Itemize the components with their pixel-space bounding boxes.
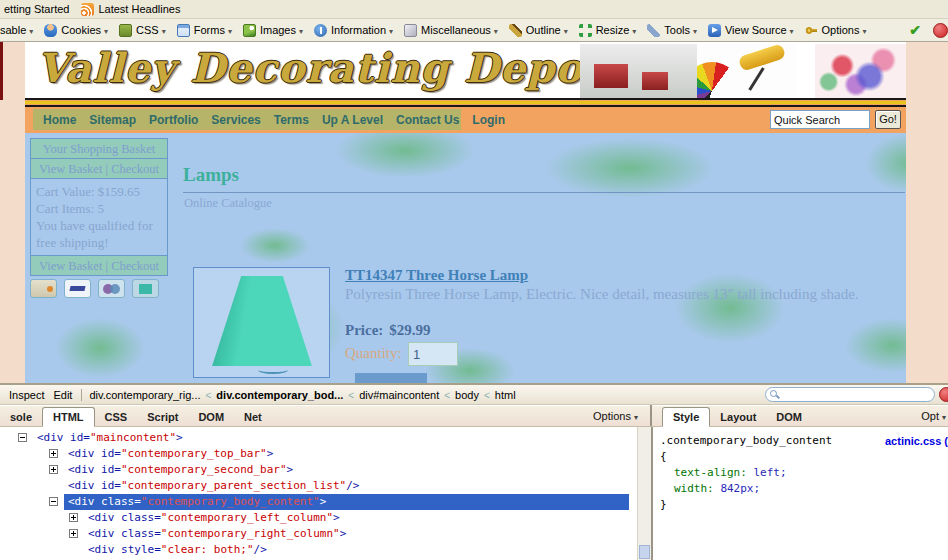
- go-button[interactable]: Go!: [875, 110, 901, 129]
- tree-row[interactable]: <div id="maincontent">: [0, 430, 637, 446]
- header-orange-bar: HomeSitemapPortfolioServicesTermsUp A Le…: [25, 98, 906, 133]
- tag-text: >: [333, 511, 340, 524]
- payment-icon-discover: [30, 279, 57, 298]
- webdev-item-outline[interactable]: Outline: [509, 24, 568, 37]
- tab-script[interactable]: Script: [137, 408, 188, 426]
- tab-sole[interactable]: sole: [0, 408, 42, 426]
- tree-scrollbar[interactable]: [637, 427, 651, 560]
- firebug-search-input[interactable]: [765, 387, 935, 402]
- crumb-div-contemporary-bod[interactable]: div.contemporary_bod...: [216, 389, 343, 401]
- shipping-note: You have qualified for: [36, 217, 162, 234]
- webdev-item-view-source[interactable]: View Source: [708, 24, 794, 37]
- expand-twisty-icon[interactable]: [69, 529, 78, 538]
- attribute-value: "maincontent": [90, 431, 176, 444]
- webdev-toolbar: sableCookiesCSSFormsImagesInformationMis…: [0, 19, 948, 42]
- attribute-value: "contemporary_top_bar": [121, 447, 267, 460]
- html-tree-panel: <div id="maincontent"><div id="contempor…: [0, 427, 637, 560]
- collapse-twisty-icon[interactable]: [18, 433, 27, 442]
- dropdown-arrow-icon: [159, 24, 166, 36]
- information-icon: [314, 24, 327, 37]
- tree-row[interactable]: <div id="contemporary_top_bar">: [0, 446, 637, 462]
- dropdown-arrow-icon: [787, 24, 794, 36]
- attribute-value: "contemporary_parent_section_list": [121, 479, 346, 492]
- tree-node-code: <div id="contemporary_parent_section_lis…: [68, 478, 359, 494]
- open-brace: {: [660, 449, 948, 465]
- tab-dom[interactable]: DOM: [766, 408, 812, 426]
- crumb-div-maincontent[interactable]: div#maincontent: [359, 389, 439, 401]
- breadcrumb: div.contemporary_rig...div.contemporary_…: [89, 389, 515, 401]
- webdev-item-tools[interactable]: Tools: [647, 24, 697, 37]
- css-icon: [119, 24, 132, 37]
- webdev-item-resize[interactable]: Resize: [579, 24, 637, 37]
- quantity-label: Quantity:: [345, 345, 402, 362]
- quick-search-input[interactable]: [770, 110, 870, 129]
- expand-twisty-icon[interactable]: [49, 449, 58, 458]
- webdev-item-information[interactable]: Information: [314, 24, 393, 37]
- webdev-item-images[interactable]: Images: [243, 24, 303, 37]
- crumb-body[interactable]: body: [455, 389, 479, 401]
- expand-twisty-icon[interactable]: [69, 513, 78, 522]
- tab-layout[interactable]: Layout: [710, 408, 766, 426]
- nav-link-up-a-level[interactable]: Up A Level: [322, 113, 383, 127]
- bookmark-getting-started[interactable]: etting Started: [4, 3, 69, 15]
- product-image[interactable]: [193, 267, 330, 378]
- nav-link-services[interactable]: Services: [211, 113, 260, 127]
- css-source-link[interactable]: actinic.css (: [885, 433, 948, 449]
- bookmark-latest-headlines[interactable]: Latest Headlines: [73, 3, 180, 16]
- nav-link-sitemap[interactable]: Sitemap: [89, 113, 136, 127]
- webdev-item-cookies[interactable]: Cookies: [44, 24, 108, 37]
- online-catalogue-link[interactable]: Online Catalogue: [184, 196, 272, 211]
- tab-html[interactable]: HTML: [42, 407, 95, 427]
- basket-links-bottom[interactable]: View Basket | Checkout: [31, 255, 167, 275]
- breadcrumb-separator: [343, 389, 359, 401]
- edit-button[interactable]: Edit: [53, 389, 72, 401]
- resize-icon: [579, 24, 592, 37]
- tree-row[interactable]: <div id="contemporary_second_bar">: [0, 462, 637, 478]
- webdev-item-label: View Source: [725, 24, 787, 36]
- webdev-item-css[interactable]: CSS: [119, 24, 166, 37]
- bookmarks-bar: etting Started Latest Headlines: [0, 0, 948, 19]
- nav-link-portfolio[interactable]: Portfolio: [149, 113, 198, 127]
- webdev-item-miscellaneous[interactable]: Miscellaneous: [404, 24, 498, 37]
- tree-row[interactable]: <div class="contemporary_right_column">: [0, 526, 637, 542]
- nav-link-login[interactable]: Login: [472, 113, 505, 127]
- nav-link-home[interactable]: Home: [43, 113, 76, 127]
- payment-icon-visa: [64, 279, 91, 298]
- left-edge-line: [0, 42, 3, 100]
- price-label: Price:: [345, 322, 383, 338]
- crumb-div-contemporary-rig[interactable]: div.contemporary_rig...: [89, 389, 200, 401]
- product-title-link[interactable]: TT14347 Three Horse Lamp: [345, 267, 528, 284]
- validation-error-icon[interactable]: [933, 23, 948, 38]
- tab-net[interactable]: Net: [234, 408, 272, 426]
- page-title: Lamps: [183, 164, 239, 186]
- crumb-html[interactable]: html: [495, 389, 516, 401]
- scrollbar-thumb[interactable]: [639, 545, 650, 559]
- add-to-basket-button-partial[interactable]: [355, 373, 427, 383]
- nav-link-contact-us[interactable]: Contact Us: [396, 113, 459, 127]
- webdev-item-sable[interactable]: sable: [0, 24, 33, 36]
- quantity-input[interactable]: [408, 342, 458, 366]
- nav-link-terms[interactable]: Terms: [274, 113, 309, 127]
- basket-links-top[interactable]: View Basket | Checkout: [31, 159, 167, 179]
- roller-handle-shape: [748, 67, 764, 91]
- tree-row[interactable]: <div class="contemporary_left_column">: [0, 510, 637, 526]
- dropdown-arrow-icon: [296, 24, 303, 36]
- tab-style[interactable]: Style: [662, 407, 710, 427]
- inspect-button[interactable]: Inspect: [9, 389, 44, 401]
- collapse-twisty-icon[interactable]: [49, 497, 58, 506]
- tree-row[interactable]: <div class="contemporary_body_content">: [0, 494, 637, 510]
- expand-twisty-icon[interactable]: [49, 465, 58, 474]
- tree-row[interactable]: <div id="contemporary_parent_section_lis…: [0, 478, 637, 494]
- webdev-item-forms[interactable]: Forms: [177, 24, 232, 37]
- left-margin: [0, 42, 25, 383]
- validation-check-icon[interactable]: [909, 22, 921, 38]
- tab-css[interactable]: CSS: [95, 408, 138, 426]
- tab-dom[interactable]: DOM: [188, 408, 234, 426]
- options-menu-left[interactable]: Options: [593, 410, 638, 422]
- tag-text: <div class=: [88, 511, 161, 524]
- firebug-error-button[interactable]: [939, 387, 948, 402]
- options-menu-right[interactable]: Opt: [921, 410, 946, 422]
- webdev-item-options[interactable]: Options: [805, 24, 867, 37]
- tree-row[interactable]: <div style="clear: both;"/>: [0, 542, 637, 558]
- firebug-tabs-right: StyleLayoutDOM Opt: [650, 405, 948, 426]
